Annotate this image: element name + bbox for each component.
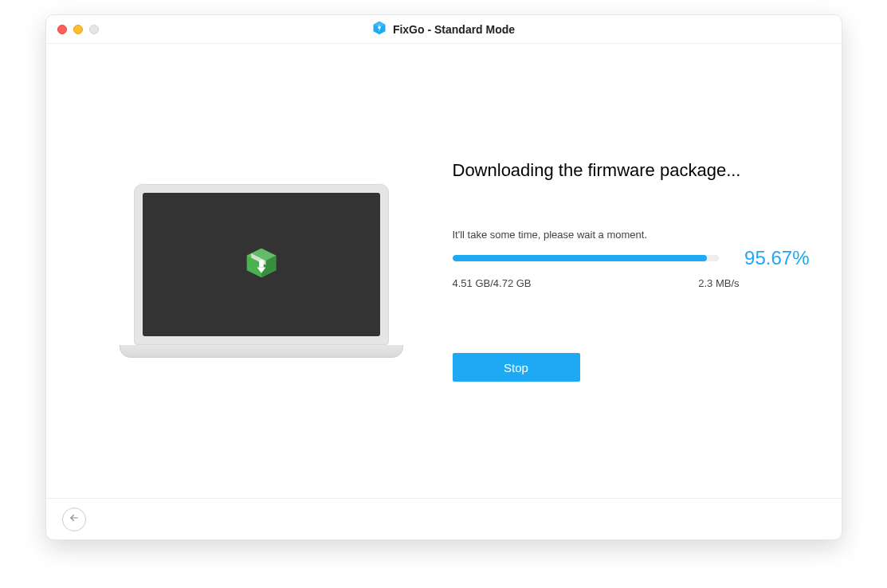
arrow-left-icon xyxy=(69,512,80,527)
download-heading: Downloading the firmware package... xyxy=(453,160,810,181)
download-speed-label: 2.3 MB/s xyxy=(698,277,739,289)
window-title: FixGo - Standard Mode xyxy=(393,23,515,36)
illustration-column xyxy=(78,184,445,358)
window-controls xyxy=(57,25,99,34)
body-area: Downloading the firmware package... It'l… xyxy=(46,44,842,498)
back-button[interactable] xyxy=(62,508,86,531)
disabled-zoom-window-button xyxy=(89,25,99,34)
progress-row: 95.67% xyxy=(453,247,810,269)
progress-block: It'll take some time, please wait a mome… xyxy=(453,229,810,289)
laptop-base xyxy=(120,345,403,358)
progress-column: Downloading the firmware package... It'l… xyxy=(445,160,810,382)
footer-bar xyxy=(46,498,842,539)
title-wrap: FixGo - Standard Mode xyxy=(372,21,515,37)
downloaded-size-label: 4.51 GB/4.72 GB xyxy=(453,277,532,289)
progress-bar-track xyxy=(453,255,719,261)
outer-frame: FixGo - Standard Mode xyxy=(0,0,887,588)
svg-rect-7 xyxy=(259,260,264,267)
package-download-icon xyxy=(244,245,279,284)
laptop-illustration xyxy=(134,184,389,358)
minimize-window-button[interactable] xyxy=(73,25,83,34)
wait-text: It'll take some time, please wait a mome… xyxy=(453,229,810,241)
stats-row: 4.51 GB/4.72 GB 2.3 MB/s xyxy=(453,277,740,289)
close-window-button[interactable] xyxy=(57,25,67,34)
laptop-lid xyxy=(134,184,389,345)
app-logo-icon xyxy=(372,21,387,37)
app-window: FixGo - Standard Mode xyxy=(45,14,842,540)
progress-percent-label: 95.67% xyxy=(730,247,810,269)
titlebar: FixGo - Standard Mode xyxy=(46,15,842,44)
laptop-screen xyxy=(143,193,380,336)
stop-button[interactable]: Stop xyxy=(453,353,580,382)
progress-bar-fill xyxy=(453,255,708,261)
